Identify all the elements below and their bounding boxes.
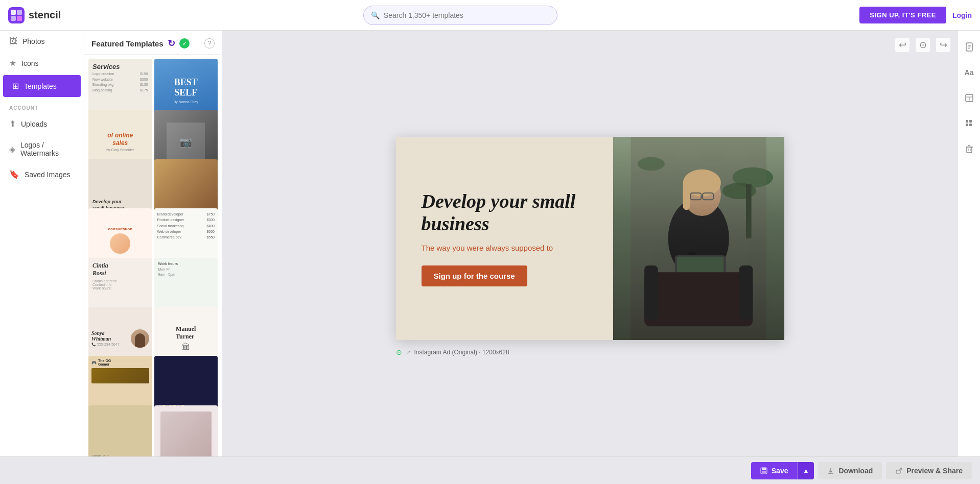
canvas-label-icon: ⊙ bbox=[396, 348, 402, 356]
svg-rect-14 bbox=[683, 183, 690, 210]
sidebar-item-label: Saved Images bbox=[25, 171, 71, 179]
sidebar-item-uploads[interactable]: ⬆ Uploads bbox=[0, 113, 84, 135]
undo-button[interactable]: ↩ bbox=[895, 38, 909, 52]
text-icon: Aa bbox=[965, 68, 974, 77]
preview-label: Preview & Share bbox=[906, 467, 963, 475]
save-label: Save bbox=[772, 467, 788, 475]
signup-button[interactable]: SIGN UP, IT'S FREE bbox=[859, 7, 946, 23]
svg-rect-44 bbox=[762, 468, 766, 470]
photos-icon: 🖼 bbox=[9, 37, 17, 46]
panel-title-text: Featured Templates bbox=[91, 39, 164, 48]
save-button[interactable]: Save bbox=[751, 462, 798, 479]
sidebar-item-label: Icons bbox=[21, 59, 38, 67]
canvas-center: Develop your small business The way you … bbox=[222, 31, 958, 456]
panel-title: Featured Templates ↻ ✓ bbox=[91, 38, 190, 49]
template-panel: Featured Templates ↻ ✓ ? Services Logo c… bbox=[84, 31, 222, 456]
canvas-wrapper: Develop your small business The way you … bbox=[396, 137, 784, 340]
save-icon bbox=[760, 467, 767, 474]
svg-rect-1 bbox=[11, 10, 16, 15]
logo: stencil bbox=[8, 7, 61, 23]
sidebar-item-saved[interactable]: 🔖 Saved Images bbox=[0, 163, 84, 185]
svg-rect-24 bbox=[644, 272, 753, 326]
status-checkmark: ✓ bbox=[182, 41, 186, 46]
main-area: 🖼 Photos ★ Icons ⊞ Templates ACCOUNT ⬆ U… bbox=[0, 31, 980, 456]
delete-tool-button[interactable] bbox=[961, 141, 977, 157]
app-name: stencil bbox=[29, 9, 61, 21]
templates-icon: ⊞ bbox=[12, 81, 19, 91]
page-icon bbox=[965, 42, 974, 52]
person-silhouette-svg bbox=[613, 137, 784, 340]
canvas-frame[interactable]: Develop your small business The way you … bbox=[396, 137, 784, 340]
template-grid: Services Logo creation$150 New website$3… bbox=[84, 55, 222, 456]
template-thumb-egypt[interactable]: Book your Trip to Egypt bbox=[88, 405, 152, 456]
search-input[interactable] bbox=[384, 11, 550, 19]
trash-icon bbox=[965, 144, 974, 154]
canvas-label-expand-icon: ↗ bbox=[406, 349, 410, 355]
sidebar-item-icons[interactable]: ★ Icons bbox=[0, 52, 84, 74]
search-bar[interactable]: 🔍 bbox=[363, 6, 557, 25]
panel-header: Featured Templates ↻ ✓ ? bbox=[84, 31, 222, 55]
person-photo bbox=[613, 137, 784, 340]
right-toolbar: Aa bbox=[958, 31, 980, 456]
search-icon: 🔍 bbox=[371, 11, 380, 19]
preview-button[interactable]: Preview & Share bbox=[886, 462, 972, 479]
svg-rect-36 bbox=[966, 124, 968, 126]
canvas-left-panel: Develop your small business The way you … bbox=[396, 137, 614, 340]
saved-icon: 🔖 bbox=[9, 170, 19, 179]
download-button[interactable]: Download bbox=[818, 462, 882, 479]
grid-icon bbox=[965, 119, 974, 128]
save-group: Save ▲ bbox=[751, 462, 814, 479]
account-section-label: ACCOUNT bbox=[0, 98, 84, 113]
template-thumb-misc[interactable] bbox=[154, 405, 218, 456]
canvas-label: ⊙ ↗ Instagram Ad (Original) · 1200x628 bbox=[396, 348, 509, 356]
svg-rect-49 bbox=[896, 470, 900, 473]
sidebar-item-label: Uploads bbox=[21, 120, 47, 128]
layout-icon bbox=[965, 93, 974, 103]
history-button[interactable]: ⊙ bbox=[916, 38, 930, 52]
sidebar-item-photos[interactable]: 🖼 Photos bbox=[0, 31, 84, 52]
sidebar-item-logos[interactable]: ◈ Logos / Watermarks bbox=[0, 135, 84, 163]
download-label: Download bbox=[838, 467, 873, 475]
login-button[interactable]: Login bbox=[952, 11, 972, 19]
canvas-headline: Develop your small business bbox=[422, 190, 588, 235]
panel-help-button[interactable]: ? bbox=[204, 38, 215, 49]
canvas-cta[interactable]: Sign up for the course bbox=[422, 265, 527, 286]
stencil-logo-icon bbox=[8, 7, 25, 23]
svg-rect-37 bbox=[969, 124, 972, 126]
svg-rect-4 bbox=[17, 16, 22, 21]
svg-rect-35 bbox=[969, 120, 972, 123]
bottom-bar: Save ▲ Download Preview & Share bbox=[0, 456, 980, 484]
canvas-right-panel bbox=[613, 137, 784, 340]
canvas-size-label: Instagram Ad (Original) · 1200x628 bbox=[414, 349, 509, 356]
svg-rect-34 bbox=[966, 120, 968, 123]
svg-rect-0 bbox=[8, 7, 25, 23]
status-dot: ✓ bbox=[179, 38, 190, 49]
sidebar-item-label: Logos / Watermarks bbox=[20, 141, 75, 157]
text-tool-button[interactable]: Aa bbox=[961, 64, 977, 81]
logos-icon: ◈ bbox=[9, 144, 15, 154]
grid-tool-button[interactable] bbox=[961, 115, 977, 132]
redo-button[interactable]: ↪ bbox=[936, 38, 950, 52]
sidebar: 🖼 Photos ★ Icons ⊞ Templates ACCOUNT ⬆ U… bbox=[0, 31, 84, 456]
canvas-toolbar: ↩ ⊙ ↪ bbox=[895, 38, 950, 52]
canvas-image: Develop your small business The way you … bbox=[396, 137, 784, 340]
layout-tool-button[interactable] bbox=[961, 90, 977, 106]
svg-rect-45 bbox=[762, 471, 766, 473]
topbar-right: SIGN UP, IT'S FREE Login bbox=[859, 7, 972, 23]
sidebar-item-label: Templates bbox=[24, 82, 57, 90]
save-arrow-button[interactable]: ▲ bbox=[797, 462, 814, 479]
uploads-icon: ⬆ bbox=[9, 119, 16, 129]
svg-rect-2 bbox=[17, 10, 22, 15]
canvas-area: ↩ ⊙ ↪ Develop your small business The wa… bbox=[222, 31, 958, 456]
refresh-icon[interactable]: ↻ bbox=[168, 38, 175, 49]
topbar: stencil 🔍 SIGN UP, IT'S FREE Login bbox=[0, 0, 980, 31]
page-tool-button[interactable] bbox=[961, 39, 977, 55]
preview-icon bbox=[895, 467, 902, 474]
canvas-subtitle: The way you were always supposed to bbox=[422, 244, 588, 252]
svg-rect-26 bbox=[739, 265, 753, 320]
svg-rect-3 bbox=[11, 16, 16, 21]
sidebar-item-templates[interactable]: ⊞ Templates bbox=[3, 75, 81, 97]
svg-rect-38 bbox=[967, 147, 972, 153]
sidebar-item-label: Photos bbox=[22, 37, 45, 45]
svg-rect-25 bbox=[644, 265, 658, 320]
